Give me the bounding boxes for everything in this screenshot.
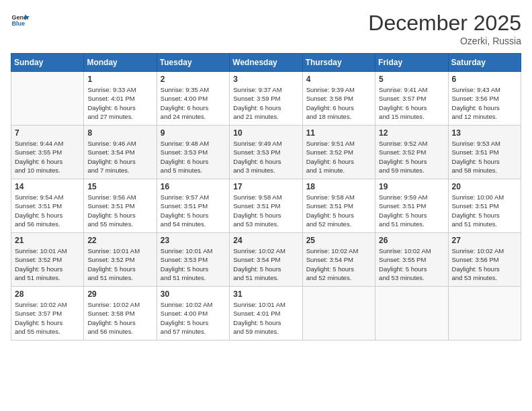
day-number: 29 (87, 289, 152, 299)
day-info: Sunrise: 9:39 AM Sunset: 3:58 PM Dayligh… (306, 85, 371, 121)
calendar-day-cell: 4Sunrise: 9:39 AM Sunset: 3:58 PM Daylig… (302, 72, 375, 126)
calendar-week-row: 1Sunrise: 9:33 AM Sunset: 4:01 PM Daylig… (11, 72, 521, 126)
day-number: 11 (306, 128, 371, 138)
day-info: Sunrise: 9:44 AM Sunset: 3:55 PM Dayligh… (15, 139, 80, 175)
day-number: 5 (379, 75, 444, 84)
calendar-day-cell: 12Sunrise: 9:52 AM Sunset: 3:52 PM Dayli… (375, 126, 448, 179)
day-number: 9 (161, 128, 226, 138)
day-info: Sunrise: 9:58 AM Sunset: 3:51 PM Dayligh… (233, 193, 298, 228)
day-number: 23 (161, 236, 226, 245)
day-number: 24 (233, 236, 298, 245)
day-of-week-header: Wednesday (230, 54, 302, 72)
calendar-week-row: 28Sunrise: 10:02 AM Sunset: 3:57 PM Dayl… (11, 287, 521, 340)
day-number: 2 (161, 75, 226, 84)
day-number: 4 (306, 75, 371, 84)
calendar-day-cell: 27Sunrise: 10:02 AM Sunset: 3:56 PM Dayl… (448, 233, 521, 287)
calendar-day-cell: 23Sunrise: 10:01 AM Sunset: 3:53 PM Dayl… (157, 233, 229, 287)
day-info: Sunrise: 9:48 AM Sunset: 3:53 PM Dayligh… (161, 139, 226, 175)
day-info: Sunrise: 10:02 AM Sunset: 3:54 PM Daylig… (306, 246, 371, 282)
day-number: 17 (233, 182, 298, 191)
calendar-day-cell: 6Sunrise: 9:43 AM Sunset: 3:56 PM Daylig… (448, 72, 521, 126)
calendar-day-cell: 26Sunrise: 10:02 AM Sunset: 3:55 PM Dayl… (375, 233, 448, 287)
day-info: Sunrise: 9:52 AM Sunset: 3:52 PM Dayligh… (379, 139, 444, 175)
day-info: Sunrise: 9:57 AM Sunset: 3:51 PM Dayligh… (161, 193, 226, 228)
day-number: 10 (233, 128, 298, 138)
calendar-day-cell: 16Sunrise: 9:57 AM Sunset: 3:51 PM Dayli… (157, 179, 229, 233)
day-of-week-header: Friday (375, 54, 448, 72)
calendar-day-cell: 7Sunrise: 9:44 AM Sunset: 3:55 PM Daylig… (11, 126, 84, 179)
calendar-day-cell (302, 287, 375, 340)
calendar-day-cell: 3Sunrise: 9:37 AM Sunset: 3:59 PM Daylig… (230, 72, 302, 126)
page-header: General Blue December 2025 Ozerki, Russi… (11, 11, 521, 46)
day-number: 22 (87, 236, 152, 245)
title-block: December 2025 Ozerki, Russia (368, 11, 521, 46)
calendar-week-row: 14Sunrise: 9:54 AM Sunset: 3:51 PM Dayli… (11, 179, 521, 233)
day-number: 3 (233, 75, 298, 84)
calendar-day-cell: 2Sunrise: 9:35 AM Sunset: 4:00 PM Daylig… (157, 72, 229, 126)
day-info: Sunrise: 9:49 AM Sunset: 3:53 PM Dayligh… (233, 139, 298, 175)
calendar-day-cell: 11Sunrise: 9:51 AM Sunset: 3:52 PM Dayli… (302, 126, 375, 179)
logo-icon: General Blue (11, 11, 30, 30)
day-number: 25 (306, 236, 371, 245)
day-number: 21 (15, 236, 80, 245)
day-of-week-header: Saturday (448, 54, 521, 72)
day-info: Sunrise: 9:43 AM Sunset: 3:56 PM Dayligh… (452, 85, 517, 121)
day-number: 1 (87, 75, 152, 84)
day-info: Sunrise: 9:35 AM Sunset: 4:00 PM Dayligh… (161, 85, 226, 121)
calendar-day-cell (11, 72, 84, 126)
day-info: Sunrise: 9:41 AM Sunset: 3:57 PM Dayligh… (379, 85, 444, 121)
day-info: Sunrise: 9:58 AM Sunset: 3:51 PM Dayligh… (306, 193, 371, 228)
calendar-day-cell: 18Sunrise: 9:58 AM Sunset: 3:51 PM Dayli… (302, 179, 375, 233)
calendar-day-cell: 13Sunrise: 9:53 AM Sunset: 3:51 PM Dayli… (448, 126, 521, 179)
calendar-day-cell: 22Sunrise: 10:01 AM Sunset: 3:52 PM Dayl… (84, 233, 157, 287)
day-number: 26 (379, 236, 444, 245)
day-info: Sunrise: 9:59 AM Sunset: 3:51 PM Dayligh… (379, 193, 444, 228)
day-number: 6 (452, 75, 517, 84)
day-info: Sunrise: 9:51 AM Sunset: 3:52 PM Dayligh… (306, 139, 371, 175)
calendar-day-cell: 30Sunrise: 10:02 AM Sunset: 4:00 PM Dayl… (157, 287, 229, 340)
day-info: Sunrise: 10:01 AM Sunset: 3:52 PM Daylig… (15, 246, 80, 282)
day-info: Sunrise: 10:01 AM Sunset: 3:53 PM Daylig… (161, 246, 226, 282)
day-info: Sunrise: 9:46 AM Sunset: 3:54 PM Dayligh… (87, 139, 152, 175)
calendar-day-cell (375, 287, 448, 340)
month-year-title: December 2025 (368, 11, 521, 36)
day-of-week-header: Thursday (302, 54, 375, 72)
calendar-day-cell: 19Sunrise: 9:59 AM Sunset: 3:51 PM Dayli… (375, 179, 448, 233)
day-info: Sunrise: 9:33 AM Sunset: 4:01 PM Dayligh… (87, 85, 152, 121)
day-number: 12 (379, 128, 444, 138)
day-of-week-header: Tuesday (157, 54, 229, 72)
svg-text:Blue: Blue (11, 20, 25, 27)
day-info: Sunrise: 10:01 AM Sunset: 3:52 PM Daylig… (87, 246, 152, 282)
day-number: 14 (15, 182, 80, 191)
day-info: Sunrise: 10:00 AM Sunset: 3:51 PM Daylig… (452, 193, 517, 228)
day-number: 28 (15, 289, 80, 299)
day-info: Sunrise: 10:02 AM Sunset: 3:55 PM Daylig… (379, 246, 444, 282)
calendar-day-cell: 5Sunrise: 9:41 AM Sunset: 3:57 PM Daylig… (375, 72, 448, 126)
calendar-day-cell: 28Sunrise: 10:02 AM Sunset: 3:57 PM Dayl… (11, 287, 84, 340)
day-info: Sunrise: 10:01 AM Sunset: 4:01 PM Daylig… (233, 300, 298, 336)
calendar-day-cell: 20Sunrise: 10:00 AM Sunset: 3:51 PM Dayl… (448, 179, 521, 233)
day-info: Sunrise: 10:02 AM Sunset: 3:56 PM Daylig… (452, 246, 517, 282)
day-info: Sunrise: 9:54 AM Sunset: 3:51 PM Dayligh… (15, 193, 80, 228)
day-info: Sunrise: 10:02 AM Sunset: 3:58 PM Daylig… (87, 300, 152, 336)
day-info: Sunrise: 10:02 AM Sunset: 4:00 PM Daylig… (161, 300, 226, 336)
location-subtitle: Ozerki, Russia (368, 36, 521, 46)
day-of-week-header: Sunday (11, 54, 84, 72)
day-number: 19 (379, 182, 444, 191)
calendar-day-cell (448, 287, 521, 340)
day-info: Sunrise: 10:02 AM Sunset: 3:54 PM Daylig… (233, 246, 298, 282)
day-number: 13 (452, 128, 517, 138)
calendar-day-cell: 14Sunrise: 9:54 AM Sunset: 3:51 PM Dayli… (11, 179, 84, 233)
calendar-day-cell: 1Sunrise: 9:33 AM Sunset: 4:01 PM Daylig… (84, 72, 157, 126)
day-info: Sunrise: 9:37 AM Sunset: 3:59 PM Dayligh… (233, 85, 298, 121)
calendar-day-cell: 9Sunrise: 9:48 AM Sunset: 3:53 PM Daylig… (157, 126, 229, 179)
calendar-day-cell: 17Sunrise: 9:58 AM Sunset: 3:51 PM Dayli… (230, 179, 302, 233)
calendar-day-cell: 25Sunrise: 10:02 AM Sunset: 3:54 PM Dayl… (302, 233, 375, 287)
calendar-day-cell: 10Sunrise: 9:49 AM Sunset: 3:53 PM Dayli… (230, 126, 302, 179)
day-number: 8 (87, 128, 152, 138)
calendar-week-row: 7Sunrise: 9:44 AM Sunset: 3:55 PM Daylig… (11, 126, 521, 179)
day-number: 20 (452, 182, 517, 191)
day-number: 7 (15, 128, 80, 138)
logo: General Blue (11, 11, 30, 30)
calendar-header-row: SundayMondayTuesdayWednesdayThursdayFrid… (11, 54, 521, 72)
